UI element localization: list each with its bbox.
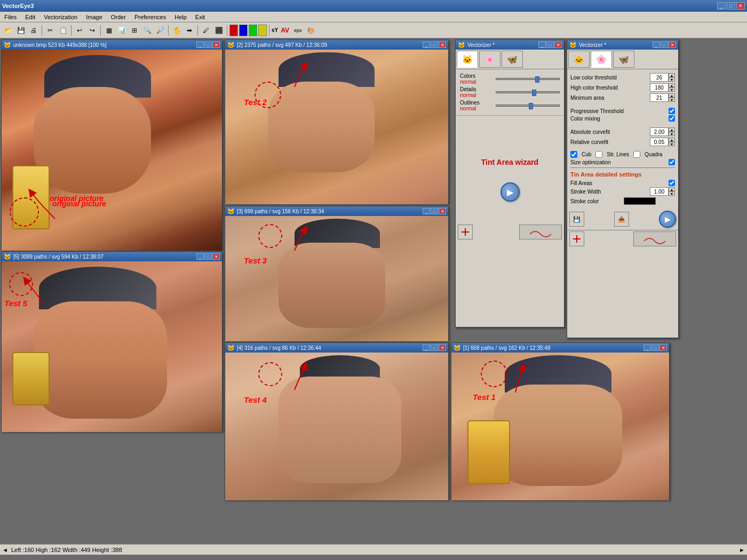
size-opt-checkbox[interactable] [669, 159, 675, 165]
vec2-save-btn[interactable]: 💾 [569, 212, 584, 227]
quadra-checkbox[interactable] [633, 151, 640, 158]
menu-exit[interactable]: Exit [191, 13, 209, 21]
menu-order[interactable]: Order [107, 13, 130, 21]
min-area-down[interactable]: ▼ [669, 98, 675, 102]
scroll-right-btn[interactable]: ► [739, 547, 745, 553]
vec2-export-btn[interactable]: 📤 [614, 212, 629, 227]
vectorizer2-run-btn[interactable]: ▶ [659, 211, 676, 228]
win-t1-close[interactable]: ✕ [659, 345, 667, 351]
menu-vectorization[interactable]: Vectorization [39, 13, 82, 21]
tab-icon-cat-v1[interactable]: 🐱 [457, 51, 478, 68]
vec1-maximize[interactable]: □ [546, 42, 554, 48]
tb-color1[interactable] [229, 25, 238, 36]
win-t5-maximize[interactable]: □ [204, 253, 212, 260]
abs-curvefit-up[interactable]: ▲ [669, 127, 675, 132]
window-test1-titlebar[interactable]: 🐱 [1] 668 paths / svg 162 Kb / 12:35:48 … [451, 343, 669, 353]
titlebar-controls[interactable]: _ □ ✕ [717, 2, 745, 10]
tb-color4[interactable] [258, 25, 267, 36]
vec2-close[interactable]: ✕ [669, 42, 676, 48]
tab-icon-fly-v2[interactable]: 🦋 [613, 51, 634, 68]
win-t4-maximize[interactable]: □ [431, 345, 438, 351]
tb-brush[interactable]: 🖊 [200, 25, 212, 36]
tb-print[interactable]: 🖨 [28, 25, 39, 36]
win-t1-minimize[interactable]: _ [643, 345, 651, 351]
tb-copy[interactable]: 📋 [57, 25, 69, 36]
vec2-minimize[interactable]: _ [653, 42, 660, 48]
tb-eraser[interactable]: ⬛ [213, 25, 225, 36]
tab-icon-flower-v1[interactable]: 🌸 [479, 51, 500, 68]
window-test4-titlebar[interactable]: 🐱 [4] 316 paths / svg 86 Kb / 12:36:44 _… [225, 343, 448, 353]
vec2-icon-cross[interactable] [569, 231, 584, 246]
minimize-button[interactable]: _ [717, 2, 726, 10]
win-t2-minimize[interactable]: _ [423, 42, 430, 48]
min-area-input[interactable]: 21 [650, 93, 669, 102]
vec1-close[interactable]: ✕ [554, 42, 562, 48]
win-t3-maximize[interactable]: □ [431, 208, 438, 214]
tb-color3[interactable] [249, 25, 257, 36]
outlines-slider-thumb[interactable] [529, 103, 533, 109]
stroke-width-down[interactable]: ▼ [669, 191, 675, 196]
stroke-width-up[interactable]: ▲ [669, 187, 675, 191]
win-t5-close[interactable]: ✕ [212, 253, 220, 260]
vectorizer2-titlebar[interactable]: 🐱 Vectorizer * _ □ ✕ [567, 40, 678, 50]
win-orig-maximize[interactable]: □ [204, 42, 212, 48]
window-test2-titlebar[interactable]: 🐱 [2] 2375 paths / svg 497 Kb / 12:36:09… [225, 40, 448, 50]
prog-threshold-checkbox[interactable] [669, 108, 675, 114]
window-test3-titlebar[interactable]: 🐱 [3] 699 paths / svg 156 Kb / 12:36:34 … [225, 206, 448, 216]
low-color-down[interactable]: ▼ [669, 77, 675, 82]
tab-icon-fly-v1[interactable]: 🦋 [502, 51, 523, 68]
high-color-down[interactable]: ▼ [669, 87, 675, 92]
tab-icon-flower-v2[interactable]: 🌸 [591, 51, 612, 68]
tb-undo[interactable]: ↩ [74, 25, 85, 36]
tb-cursor[interactable]: ✋ [171, 25, 182, 36]
tb-zoom-out[interactable]: 🔎 [154, 25, 166, 36]
abs-curvefit-down[interactable]: ▼ [669, 132, 675, 136]
stroke-color-swatch[interactable] [624, 197, 656, 205]
win-t2-close[interactable]: ✕ [439, 42, 446, 48]
rel-curvefit-up[interactable]: ▲ [669, 138, 675, 142]
tb-redo[interactable]: ↪ [86, 25, 98, 36]
tb-zoom-fit[interactable]: ⊞ [129, 25, 140, 36]
tb-chart[interactable]: 📊 [116, 25, 128, 36]
menu-image[interactable]: Image [82, 13, 107, 21]
tab-icon-cat-v2[interactable]: 🐱 [568, 51, 590, 68]
win-t1-maximize[interactable]: □ [651, 345, 659, 351]
vectorizer1-run-btn[interactable]: ▶ [500, 182, 520, 202]
colors-slider-thumb[interactable] [535, 76, 539, 83]
color-mixing-checkbox[interactable] [669, 115, 675, 122]
vec2-preview-btn[interactable] [633, 231, 676, 246]
vec2-maximize[interactable]: □ [661, 42, 668, 48]
min-area-up[interactable]: ▲ [669, 93, 675, 98]
win-orig-minimize[interactable]: _ [196, 42, 204, 48]
tb-eps[interactable]: eps [292, 25, 304, 36]
menu-files[interactable]: Files [0, 13, 21, 21]
low-color-input[interactable]: 26 [650, 73, 669, 82]
details-slider-thumb[interactable] [532, 90, 536, 96]
win-t3-close[interactable]: ✕ [439, 208, 446, 214]
menu-preferences[interactable]: Preferences [130, 13, 170, 21]
str-lines-checkbox[interactable] [595, 151, 602, 158]
vec1-minimize[interactable]: _ [538, 42, 546, 48]
high-color-input[interactable]: 180 [650, 83, 669, 92]
win-t4-close[interactable]: ✕ [439, 345, 446, 351]
close-button[interactable]: ✕ [736, 2, 745, 10]
win-t3-minimize[interactable]: _ [423, 208, 430, 214]
vec1-icon1[interactable] [458, 225, 473, 239]
vectorizer1-titlebar[interactable]: 🐱 Vectorizer * _ □ ✕ [456, 40, 564, 50]
high-color-up[interactable]: ▲ [669, 83, 675, 87]
abs-curvefit-input[interactable]: 2.00 [650, 127, 669, 136]
tb-paint[interactable]: 🎨 [305, 25, 316, 36]
tb-color2[interactable] [239, 25, 248, 36]
scroll-left-btn[interactable]: ◄ [2, 547, 8, 553]
win-t5-minimize[interactable]: _ [196, 253, 204, 260]
tb-save[interactable]: 💾 [15, 25, 27, 36]
win-orig-close[interactable]: ✕ [212, 42, 220, 48]
vec1-preview-btn[interactable] [519, 225, 562, 239]
tb-open[interactable]: 📂 [2, 25, 14, 36]
tb-vectorize[interactable]: AV [279, 25, 291, 36]
low-color-up[interactable]: ▲ [669, 73, 675, 77]
tb-arrow[interactable]: ➡ [184, 25, 195, 36]
menu-edit[interactable]: Edit [21, 13, 39, 21]
rel-curvefit-input[interactable]: 0.05 [650, 138, 669, 146]
tb-grid[interactable]: ▦ [103, 25, 115, 36]
